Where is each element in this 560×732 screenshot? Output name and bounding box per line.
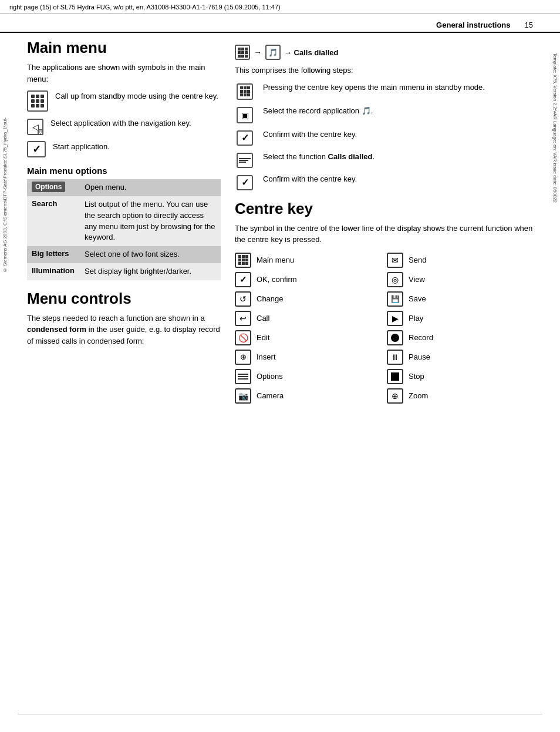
centre-key-item-camera: 📷 Camera (235, 388, 381, 404)
table-row: Options Open menu. (27, 179, 221, 196)
centre-key-item-view: ◎ View (387, 272, 533, 287)
ck-label-view: View (409, 275, 425, 284)
option-value-search: List output of the menu. You can use the… (80, 196, 221, 246)
option-value-illumination: Set display light brighter/darker. (80, 263, 221, 280)
centre-key-item-options: Options (235, 369, 381, 384)
ck-label-camera: Camera (257, 391, 284, 400)
grid-icon-text: Call up from standby mode using the cent… (55, 90, 218, 102)
grid-icon (27, 90, 48, 112)
page-header: right page (15) of SL75 Hydra FUG, w/o p… (0, 0, 560, 14)
page-number: 15 (525, 21, 533, 29)
option-key-illumination: Illumination (27, 263, 80, 280)
centre-key-item-play: ▶ Play (387, 311, 533, 326)
option-key-bigletters: Big letters (27, 246, 80, 263)
left-column: Main menu The applications are shown wit… (27, 39, 221, 404)
centre-key-item-ok: ✓ OK, confirm (235, 272, 381, 287)
centre-key-item-edit: 🚫 Edit (235, 330, 381, 345)
step-row-1: Pressing the centre key opens the main m… (235, 82, 533, 100)
step-text-4: Select the function Calls dialled. (263, 152, 375, 163)
ck-label-options: Options (257, 372, 283, 381)
ck-label-send: Send (409, 256, 426, 264)
centre-key-item-main-menu: Main menu (235, 253, 381, 268)
page-section-label: General instructions (436, 21, 510, 29)
step-text-1: Pressing the centre key opens the main m… (263, 82, 485, 93)
ck-label-pause: Pause (409, 352, 430, 361)
centre-key-item-pause: ⏸ Pause (387, 350, 533, 365)
sidebar-right-text: Template: X75, Version 2.2:VAR Language:… (552, 53, 558, 203)
step-text-5: Confirm with the centre key. (263, 174, 357, 185)
centre-key-item-save: 💾 Save (387, 291, 533, 307)
centre-key-item-stop: Stop (387, 369, 533, 384)
table-row: Search List output of the menu. You can … (27, 196, 221, 246)
centre-key-grid: Main menu ✉ Send ✓ OK, confirm ◎ View ↺ … (235, 253, 533, 404)
option-value-options: Open menu. (80, 179, 221, 196)
step-text-3: Confirm with the centre key. (263, 129, 357, 140)
ck-label-save: Save (409, 294, 426, 303)
options-table: Options Open menu. Search List output of… (27, 179, 221, 280)
option-value-bigletters: Select one of two font sizes. (80, 246, 221, 263)
centre-key-item-record: Record (387, 330, 533, 345)
option-key-search: Search (27, 196, 80, 246)
header-text: right page (15) of SL75 Hydra FUG, w/o p… (9, 4, 281, 11)
main-menu-title: Main menu (27, 39, 221, 57)
right-column: → 🎵 → Calls dialled This comprises the f… (235, 39, 533, 404)
menu-controls-text: The steps needed to reach a function are… (27, 313, 221, 347)
calls-dialled-label: → Calls dialled (284, 48, 338, 57)
centre-key-title: Centre key (235, 200, 533, 218)
nav-icon: ◁ ▽ (27, 119, 43, 135)
table-row: Big letters Select one of two font sizes… (27, 246, 221, 263)
ck-label-change: Change (257, 294, 284, 303)
calls-dialled-intro: This comprises the following steps: (235, 65, 533, 76)
centre-key-desc: The symbol in the centre of the lower li… (235, 223, 533, 246)
icon-row-grid: Call up from standby mode using the cent… (27, 90, 221, 112)
menu-controls-title: Menu controls (27, 290, 221, 308)
ck-label-edit: Edit (257, 333, 269, 342)
option-key-options: Options (27, 179, 80, 196)
main-menu-intro: The applications are shown with symbols … (27, 62, 221, 85)
sidebar-left-text: © Siemens AG 2003, C:\Siemens\DTP-Satz\P… (2, 117, 8, 273)
centre-key-item-zoom: ⊕ Zoom (387, 388, 533, 404)
step-row-4: Select the function Calls dialled. (235, 152, 533, 168)
centre-key-item-insert: ⊕ Insert (235, 350, 381, 365)
centre-key-item-call: ↩ Call (235, 311, 381, 326)
nav-icon-text: Select application with the navigation k… (50, 117, 191, 129)
step-row-5: ✓ Confirm with the centre key. (235, 174, 533, 190)
icon-row-check: ✓ Start application. (27, 141, 221, 157)
ck-label-play: Play (409, 314, 423, 323)
step-row-2: ▣ Select the record application 🎵. (235, 106, 533, 123)
check-icon-text: Start application. (53, 141, 110, 153)
ck-label-zoom: Zoom (409, 391, 428, 400)
main-menu-options-title: Main menu options (27, 166, 221, 176)
ck-label-call: Call (257, 314, 269, 323)
ck-label-stop: Stop (409, 372, 424, 381)
step-row-3: ✓ Confirm with the centre key. (235, 129, 533, 146)
centre-key-item-send: ✉ Send (387, 253, 533, 268)
table-row: Illumination Set display light brighter/… (27, 263, 221, 280)
ck-label-insert: Insert (257, 352, 276, 361)
ck-label-record: Record (409, 333, 433, 342)
check-icon: ✓ (27, 141, 46, 157)
centre-key-item-change: ↺ Change (235, 291, 381, 307)
calls-dialled-header: → 🎵 → Calls dialled (235, 45, 533, 60)
page-section-header: General instructions 15 (0, 16, 560, 33)
icon-row-nav: ◁ ▽ Select application with the navigati… (27, 117, 221, 135)
step-text-2: Select the record application 🎵. (263, 106, 373, 117)
ck-label-main-menu: Main menu (257, 256, 294, 264)
ck-label-ok: OK, confirm (257, 275, 297, 284)
